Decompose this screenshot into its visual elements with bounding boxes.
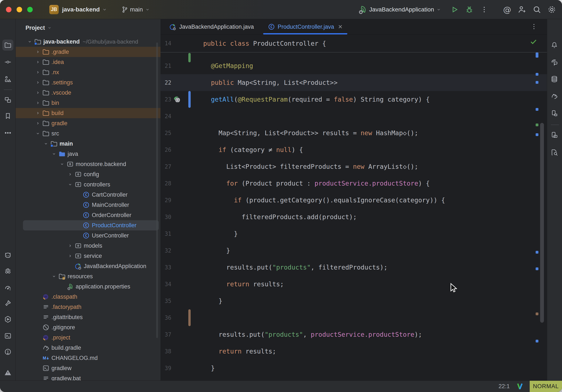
zoom-window-button[interactable] xyxy=(27,7,33,12)
tree-item-ordercontroller[interactable]: COrderController xyxy=(16,210,161,220)
code-line-39[interactable]: 39 } xyxy=(161,360,547,377)
tree-item-main[interactable]: main xyxy=(16,139,161,149)
tree-item-productcontroller[interactable]: CProductController xyxy=(16,220,161,230)
vcs-change-marker-green[interactable] xyxy=(188,53,191,62)
tree-item-java[interactable]: java xyxy=(16,149,161,159)
tree-item--gitignore[interactable]: .gitignore xyxy=(16,322,161,333)
error-stripe-mark[interactable] xyxy=(536,312,539,315)
structure-icon[interactable] xyxy=(2,73,13,85)
debug-button[interactable] xyxy=(465,5,474,14)
run-configuration-selector[interactable]: JavaBackendApplication xyxy=(369,6,434,13)
vcs-change-marker-brown[interactable] xyxy=(188,309,191,326)
chevron-right-icon[interactable] xyxy=(34,111,42,115)
code-line-31[interactable]: 31 } xyxy=(161,225,547,242)
request-mapping-globe-icon[interactable] xyxy=(173,95,181,105)
tree-item--idea[interactable]: .idea xyxy=(16,57,161,67)
more-options-button[interactable] xyxy=(480,5,489,14)
search-everywhere-button[interactable] xyxy=(532,5,542,14)
problems-icon[interactable] xyxy=(2,346,13,357)
folded-region-gap[interactable] xyxy=(161,52,547,57)
chevron-right-icon[interactable] xyxy=(66,243,74,248)
tree-item--nx[interactable]: .nx xyxy=(16,67,161,77)
error-stripe-mark[interactable] xyxy=(536,251,539,254)
code-line-21[interactable]: 21 @GetMapping xyxy=(161,57,547,74)
inspections-ok-icon[interactable] xyxy=(529,38,538,47)
tree-item-bin[interactable]: bin xyxy=(16,98,161,108)
code-line-27[interactable]: 27 List<Product> filteredProducts = new … xyxy=(161,158,547,175)
tree-item--vscode[interactable]: .vscode xyxy=(16,88,161,98)
tree-item-javabackendapplication[interactable]: JavaBackendApplication xyxy=(16,261,161,271)
project-name-widget[interactable]: java-backend xyxy=(62,6,100,13)
tree-item--settings[interactable]: .settings xyxy=(16,77,161,88)
tab-options-kebab-icon[interactable] xyxy=(530,23,538,31)
terminal-icon[interactable] xyxy=(2,330,13,341)
editor-tab-javabackendapplication-java[interactable]: JavaBackendApplication.java xyxy=(164,19,259,35)
chevron-right-icon[interactable] xyxy=(34,101,42,105)
error-stripe-mark[interactable] xyxy=(536,267,539,270)
chevron-right-icon[interactable] xyxy=(34,80,42,85)
tree-item-src[interactable]: src xyxy=(16,128,161,139)
tree-item--gitattributes[interactable]: .gitattributes xyxy=(16,312,161,322)
code-line-25[interactable]: 25 Map<String, List<Product>> results = … xyxy=(161,125,547,141)
tree-item-cartcontroller[interactable]: CCartController xyxy=(16,190,161,200)
minimize-window-button[interactable] xyxy=(17,7,22,12)
find-in-files-icon[interactable] xyxy=(549,147,560,158)
close-tab-icon[interactable]: ✕ xyxy=(338,24,343,30)
chevron-right-icon[interactable] xyxy=(34,121,42,126)
error-stripe-mark[interactable] xyxy=(536,81,539,84)
chevron-down-icon[interactable] xyxy=(50,274,58,279)
services-icon[interactable] xyxy=(2,314,13,325)
run-button[interactable] xyxy=(450,5,459,14)
ai-assistant-icon[interactable]: @ xyxy=(503,5,512,14)
chevron-down-icon[interactable] xyxy=(50,152,58,156)
tree-item-models[interactable]: models xyxy=(16,241,161,251)
error-stripe-mark[interactable] xyxy=(536,108,539,111)
vim-mode-badge[interactable]: NORMAL xyxy=(530,381,562,392)
warnings-icon[interactable] xyxy=(2,367,13,378)
error-stripe-mark[interactable] xyxy=(536,123,539,126)
code-line-26[interactable]: 26 if (category ≠ null) { xyxy=(161,141,547,158)
tree-item-application-properties[interactable]: application.properties xyxy=(16,282,161,292)
tree-item-resources[interactable]: resources xyxy=(16,271,161,282)
commit-icon[interactable] xyxy=(2,57,13,68)
error-stripe-mark[interactable] xyxy=(536,52,539,58)
copilot-icon[interactable] xyxy=(2,249,13,261)
ideavim-icon[interactable] xyxy=(516,382,524,391)
error-stripe-mark[interactable] xyxy=(536,340,539,343)
chevron-down-icon[interactable] xyxy=(58,162,66,166)
code-line-34[interactable]: 34 return results; xyxy=(161,276,547,293)
tree-item-service[interactable]: service xyxy=(16,251,161,261)
notifications-icon[interactable] xyxy=(549,39,560,51)
code-line-30[interactable]: 30 filteredProducts.add(product); xyxy=(161,209,547,225)
code-line-23[interactable]: 23 getAll(@RequestParam(required = false… xyxy=(161,91,547,108)
running-devices-icon[interactable] xyxy=(549,130,560,141)
tree-item--project[interactable]: .project xyxy=(16,333,161,343)
tree-item-gradlew-bat[interactable]: gradlew.bat xyxy=(16,373,161,380)
profiler-icon[interactable] xyxy=(2,265,13,277)
tree-item-gradle[interactable]: gradle xyxy=(16,118,161,128)
chevron-right-icon[interactable] xyxy=(66,254,74,258)
ai-assistant-chat-icon[interactable] xyxy=(549,57,560,68)
project-icon[interactable] xyxy=(2,39,13,51)
database-icon[interactable] xyxy=(549,73,560,85)
code-line-32[interactable]: 32 } xyxy=(161,242,547,259)
code-line-37[interactable]: 37 results.put("products", productServic… xyxy=(161,326,547,343)
code-line-35[interactable]: 35 } xyxy=(161,293,547,309)
tree-item-changelog-md[interactable]: MCHANGELOG.md xyxy=(16,353,161,363)
tree-item--factorypath[interactable]: .factorypath xyxy=(16,302,161,312)
windows-icon[interactable] xyxy=(2,94,13,106)
tree-item-maincontroller[interactable]: CMainController xyxy=(16,200,161,210)
code-line-24[interactable]: 24 xyxy=(161,108,547,125)
chevron-right-icon[interactable] xyxy=(34,60,42,64)
device-manager-icon[interactable] xyxy=(549,108,560,119)
editor-body[interactable]: 14public class ProductController { 21 @G… xyxy=(161,35,547,380)
code-line-29[interactable]: 29 if (product.getCategory().equalsIgnor… xyxy=(161,192,547,209)
tree-item-gradlew[interactable]: gradlew xyxy=(16,363,161,373)
tree-item-build[interactable]: build xyxy=(16,108,161,118)
chevron-right-icon[interactable] xyxy=(34,49,42,54)
vcs-change-marker-blue[interactable] xyxy=(188,91,191,108)
coverage-icon[interactable] xyxy=(2,282,13,293)
git-branch-widget[interactable]: main xyxy=(130,6,143,13)
sticky-code-line[interactable]: 14public class ProductController { xyxy=(161,35,547,52)
tree-item-build-gradle[interactable]: build.gradle xyxy=(16,343,161,353)
